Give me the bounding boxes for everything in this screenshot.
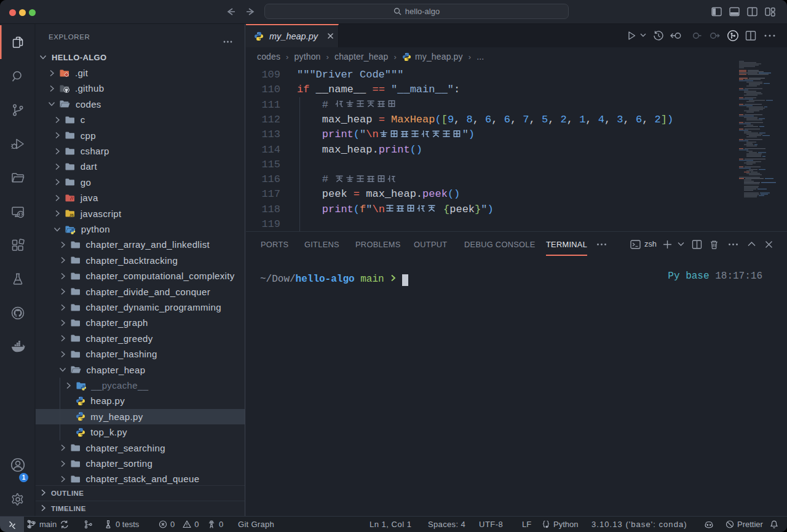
svg-text:JS: JS bbox=[69, 213, 74, 217]
